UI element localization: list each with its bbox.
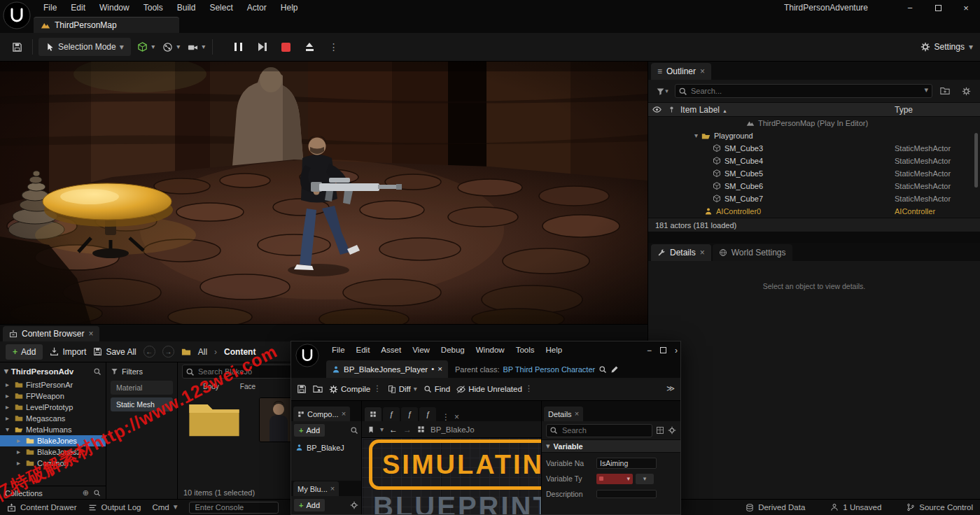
bp-diff-button[interactable]: Diff	[388, 385, 417, 393]
close-icon[interactable]	[700, 67, 705, 76]
description-field[interactable]	[596, 490, 657, 498]
component-item-bp-blakej[interactable]: BP_BlakeJ	[291, 442, 361, 453]
add-collection-icon[interactable]	[83, 489, 89, 497]
minimize-button[interactable]	[896, 0, 924, 15]
outliner-row-world[interactable]: ThirdPersonMap (Play In Editor)	[648, 117, 980, 129]
toolbar-overflow-icon[interactable]	[666, 385, 675, 393]
type-column[interactable]: Type	[895, 105, 913, 115]
expander-icon[interactable]	[17, 437, 23, 444]
outliner-row-smcube5[interactable]: SM_Cube5 StaticMeshActor	[648, 167, 980, 180]
bp-menu-file[interactable]: File	[326, 341, 351, 359]
outliner-new-folder-button[interactable]	[937, 83, 953, 99]
expander-icon[interactable]	[6, 415, 12, 422]
bp-menu-window[interactable]: Window	[470, 341, 510, 359]
bp-menu-debug[interactable]: Debug	[435, 341, 470, 359]
menu-help[interactable]: Help	[274, 0, 305, 15]
tab-bp-details[interactable]: Details	[544, 407, 583, 421]
menu-window[interactable]: Window	[92, 0, 136, 15]
bp-save-button[interactable]	[297, 384, 307, 394]
stop-button[interactable]	[276, 37, 297, 57]
edit-pencil-icon[interactable]	[610, 365, 619, 374]
outliner-row-aicontroller[interactable]: AIController0 AIController	[648, 205, 980, 218]
bp-menu-edit[interactable]: Edit	[351, 341, 376, 359]
variable-section-header[interactable]: Variable	[542, 439, 680, 453]
search-icon[interactable]	[93, 489, 101, 497]
tab-event-graph[interactable]	[365, 407, 382, 421]
pin-icon[interactable]	[665, 106, 678, 113]
outliner-search-input[interactable]	[675, 84, 932, 98]
close-icon[interactable]	[454, 413, 459, 421]
tree-item-levelprototyp[interactable]: LevelPrototyp	[0, 402, 106, 413]
expander-icon[interactable]	[6, 381, 12, 388]
content-drawer-button[interactable]: Content Drawer	[7, 503, 77, 512]
asset-label-face[interactable]: Face	[240, 383, 255, 390]
outliner-row-smcube3[interactable]: SM_Cube3 StaticMeshActor	[648, 142, 980, 155]
search-icon[interactable]	[93, 367, 102, 376]
outliner-scrollbar[interactable]	[974, 133, 978, 188]
visibility-eye-icon[interactable]	[648, 105, 665, 114]
quick-add-actor-button[interactable]	[136, 38, 156, 56]
bp-browse-button[interactable]	[313, 384, 323, 394]
chevron-down-icon[interactable]	[380, 426, 384, 433]
output-log-button[interactable]: Output Log	[88, 503, 141, 512]
tab-overflow-icon[interactable]	[442, 413, 450, 421]
tree-item-blakejones2[interactable]: BlakeJones2	[0, 446, 106, 458]
menu-build[interactable]: Build	[170, 0, 203, 15]
collections-bar[interactable]: Collections	[0, 486, 106, 500]
bookmark-icon[interactable]	[368, 425, 374, 434]
save-level-button[interactable]	[7, 38, 27, 56]
components-add-button[interactable]: Add	[294, 424, 325, 437]
graph-breadcrumb[interactable]: BP_BlakeJo	[430, 425, 475, 434]
tab-my-blueprint[interactable]: My Blu...	[293, 481, 339, 496]
close-icon[interactable]	[88, 330, 93, 338]
cb-forward-button[interactable]	[162, 346, 174, 358]
close-icon[interactable]	[438, 365, 442, 374]
outliner-column-header[interactable]: Item Label Type	[648, 102, 980, 117]
cb-import-button[interactable]: Import	[50, 344, 86, 360]
bp-menu-asset[interactable]: Asset	[375, 341, 407, 359]
selection-mode-dropdown[interactable]: Selection Mode	[38, 38, 131, 56]
tree-item-blakejones[interactable]: BlakeJones	[0, 435, 106, 446]
tab-world-settings[interactable]: World Settings	[713, 244, 792, 261]
tree-item-common[interactable]: Common	[0, 458, 106, 469]
close-icon[interactable]	[575, 410, 579, 418]
gear-icon[interactable]	[350, 501, 358, 509]
tree-item-firstpersonar[interactable]: FirstPersonAr	[0, 379, 106, 390]
menu-file[interactable]: File	[36, 0, 64, 15]
item-label-column[interactable]: Item Label	[680, 105, 720, 115]
menu-actor[interactable]: Actor	[240, 0, 274, 15]
outliner-settings-button[interactable]	[958, 83, 974, 99]
breadcrumb-content[interactable]: Content	[224, 347, 255, 357]
expander-icon[interactable]	[6, 404, 12, 411]
cinematics-button[interactable]	[187, 38, 206, 56]
menu-select[interactable]: Select	[202, 0, 239, 15]
close-icon[interactable]	[330, 485, 335, 493]
play-options-kebab[interactable]	[323, 37, 344, 57]
blueprints-button[interactable]	[162, 38, 181, 56]
chevron-down-icon[interactable]	[924, 86, 928, 94]
gear-icon[interactable]	[668, 426, 676, 435]
menu-tools[interactable]: Tools	[136, 0, 170, 15]
cmd-dropdown[interactable]: Cmd	[152, 503, 177, 512]
nav-back-icon[interactable]	[389, 425, 398, 434]
breadcrumb-all[interactable]: All	[198, 347, 207, 357]
minimize-button[interactable]	[647, 346, 652, 355]
tab-bp-blakejones-player[interactable]: BP_BlakeJones_Player •	[326, 360, 448, 378]
asset-folder[interactable]	[188, 397, 241, 438]
close-button[interactable]	[952, 0, 980, 15]
bp-compile-button[interactable]: Compile	[329, 385, 382, 394]
console-input[interactable]	[189, 502, 279, 514]
maximize-button[interactable]	[660, 347, 666, 353]
search-icon[interactable]	[350, 426, 358, 435]
outliner-row-smcube6[interactable]: SM_Cube6 StaticMeshActor	[648, 180, 980, 192]
expander-icon[interactable]	[694, 132, 698, 139]
outliner-row-playground[interactable]: Playground	[648, 129, 980, 142]
cb-save-all-button[interactable]: Save All	[93, 344, 136, 360]
derived-data-button[interactable]: Derived Data	[746, 503, 805, 512]
source-control-button[interactable]: Source Control	[906, 503, 973, 512]
bp-menu-view[interactable]: View	[407, 341, 435, 359]
search-icon[interactable]	[598, 365, 607, 374]
tab-function-3[interactable]	[419, 407, 436, 421]
bp-hide-unrelated-button[interactable]: Hide Unrelated	[456, 385, 533, 394]
eject-button[interactable]	[300, 37, 321, 57]
